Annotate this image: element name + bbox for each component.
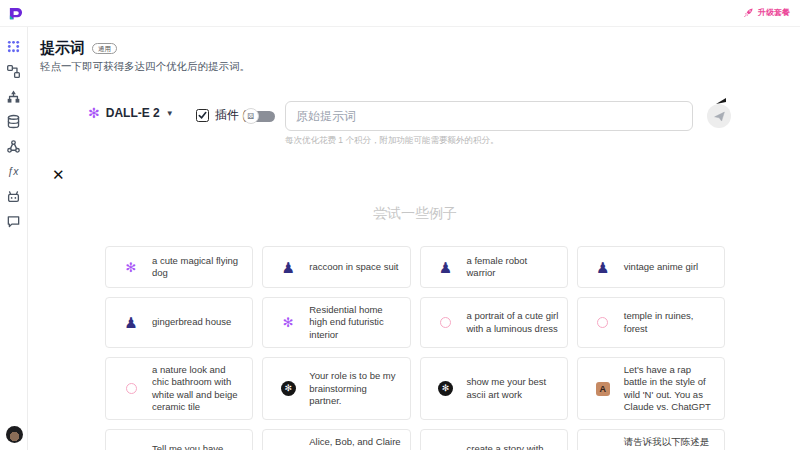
example-text: a nature look and chic bathroom with whi… (152, 364, 244, 413)
circle-pink-icon (437, 317, 455, 328)
example-text: show me your best ascii art work (467, 376, 559, 401)
example-card[interactable]: ♟ a female robot warrior (420, 246, 568, 288)
upgrade-plan-label: 升级套餐 (758, 7, 790, 18)
openai-black-icon: ✻ (437, 381, 455, 396)
upgrade-plan-link[interactable]: 升级套餐 (743, 7, 790, 18)
credits-helper-text: 每次优化花费 1 个积分，附加功能可能需要额外的积分。 (285, 135, 498, 147)
example-card[interactable]: a nature look and chic bathroom with whi… (105, 357, 253, 420)
main-content: 提示词 通用 轻点一下即可获得多达四个优化后的提示词。 ✻ DALL-E 2 ▼… (28, 27, 800, 450)
examples-heading: 尝试一些例子 (105, 205, 725, 223)
app-logo-icon[interactable] (8, 6, 23, 21)
check-icon (198, 111, 207, 120)
paper-plane-icon (713, 110, 726, 123)
functions-icon (6, 164, 21, 179)
openai-purple-icon: ✻ (122, 261, 140, 274)
example-card[interactable]: ✻ show me your best ascii art work (420, 357, 568, 420)
example-text: temple in ruines, forest (624, 310, 716, 335)
flow-icon (6, 64, 21, 79)
example-text: a cute magical flying dog (152, 255, 244, 280)
example-card[interactable]: ✻ 请告诉我以下陈述是否包含时代错误：在盟军轰炸硫磺岛海滩期间，拉尔夫大声.. (577, 429, 725, 450)
pawn-indigo-icon: ♟ (594, 260, 612, 275)
pawn-indigo-icon: ♟ (279, 260, 297, 275)
example-text: create a story with only words less than… (467, 443, 559, 450)
close-button[interactable]: ✕ (52, 167, 65, 182)
page-title: 提示词 (40, 39, 85, 58)
example-card[interactable]: ♟ vintage anime girl (577, 246, 725, 288)
database-icon (6, 114, 21, 129)
sidebar-item-database[interactable] (6, 114, 22, 129)
openai-purple-icon: ✻ (279, 316, 297, 329)
example-text: vintage anime girl (624, 261, 698, 273)
circle-pink-icon (594, 317, 612, 328)
send-button[interactable] (704, 97, 734, 131)
example-card[interactable]: a portrait of a cute girl with a luminou… (420, 297, 568, 348)
sidebar-item-hierarchy[interactable] (6, 89, 22, 104)
example-text: 请告诉我以下陈述是否包含时代错误：在盟军轰炸硫磺岛海滩期间，拉尔夫大声.. (624, 436, 716, 450)
top-header: 升级套餐 (0, 0, 800, 27)
sidebar-nav (6, 27, 22, 229)
examples-grid: ✻ a cute magical flying dog ♟ raccoon in… (105, 246, 725, 450)
circle-pink-icon (122, 383, 140, 394)
openai-black-icon: ✻ (279, 381, 297, 396)
nodes-icon (6, 139, 21, 154)
example-text: Let's have a rap battle in the style of … (624, 364, 716, 413)
model-select-dropdown[interactable]: ✻ DALL-E 2 ▼ (88, 106, 174, 120)
openai-flower-icon: ✻ (88, 106, 100, 120)
example-card[interactable]: A Tell me you have boyfriend without tel… (105, 429, 253, 450)
sidebar-item-nodes[interactable] (6, 139, 22, 154)
example-text: raccoon in space suit (309, 261, 398, 273)
sidebar-item-chat[interactable] (6, 214, 22, 229)
example-card[interactable]: ♟ gingerbread house (105, 297, 253, 348)
example-text: a portrait of a cute girl with a luminou… (467, 310, 559, 335)
chat-icon (6, 214, 21, 229)
hierarchy-icon (6, 89, 21, 104)
sidebar-item-optimizer[interactable] (6, 39, 22, 54)
pawn-indigo-icon: ♟ (122, 315, 140, 330)
example-card[interactable]: ✻ Your role is to be my brainstorming pa… (262, 357, 410, 420)
example-text: gingerbread house (152, 316, 231, 328)
sidebar-item-arena[interactable] (6, 189, 22, 204)
plugins-checkbox[interactable] (196, 109, 209, 122)
example-card[interactable]: A Let's have a rap battle in the style o… (577, 357, 725, 420)
example-card[interactable]: ✻ create a story with only words less th… (420, 429, 568, 450)
title-badge: 通用 (92, 43, 117, 55)
auto-optimize-toggle[interactable]: ⚄ (243, 108, 275, 124)
dice-icon[interactable]: ⚄ (243, 108, 259, 124)
example-text: a female robot warrior (467, 255, 559, 280)
sidebar-item-flow[interactable] (6, 64, 22, 79)
chevron-down-icon: ▼ (166, 109, 174, 118)
example-text: Alice, Bob, and Claire are playing a gam… (309, 436, 401, 450)
sidebar (0, 27, 28, 450)
controls-row: ✻ DALL-E 2 ▼ 插件 (2) ▼ ⚄ 每次优化花费 1 个积分，附加功… (28, 101, 800, 135)
page-subtitle: 轻点一下即可获得多达四个优化后的提示词。 (40, 60, 250, 74)
example-card[interactable]: ♟ raccoon in space suit (262, 246, 410, 288)
example-card[interactable]: ✻ a cute magical flying dog (105, 246, 253, 288)
example-text: Residential home high end futuristic int… (309, 304, 401, 341)
sidebar-item-functions[interactable] (6, 164, 22, 179)
arena-icon (6, 189, 21, 204)
anthropic-icon: A (594, 382, 612, 396)
optimizer-icon (6, 39, 21, 54)
model-select-label: DALL-E 2 (106, 106, 160, 120)
example-text: Your role is to be my brainstorming part… (309, 370, 401, 407)
rocket-icon (743, 7, 754, 18)
app-window: 升级套餐 提示词 通用 轻点一下即可获得多达四个优化后的提示词。 ✻ DALL-… (0, 0, 800, 450)
user-avatar[interactable] (6, 426, 23, 443)
example-card[interactable]: temple in ruines, forest (577, 297, 725, 348)
example-card[interactable]: A Alice, Bob, and Claire are playing a g… (262, 429, 410, 450)
example-text: Tell me you have boyfriend without telli… (152, 443, 244, 450)
prompt-input[interactable] (285, 101, 693, 131)
pawn-indigo-icon: ♟ (437, 260, 455, 275)
example-card[interactable]: ✻ Residential home high end futuristic i… (262, 297, 410, 348)
